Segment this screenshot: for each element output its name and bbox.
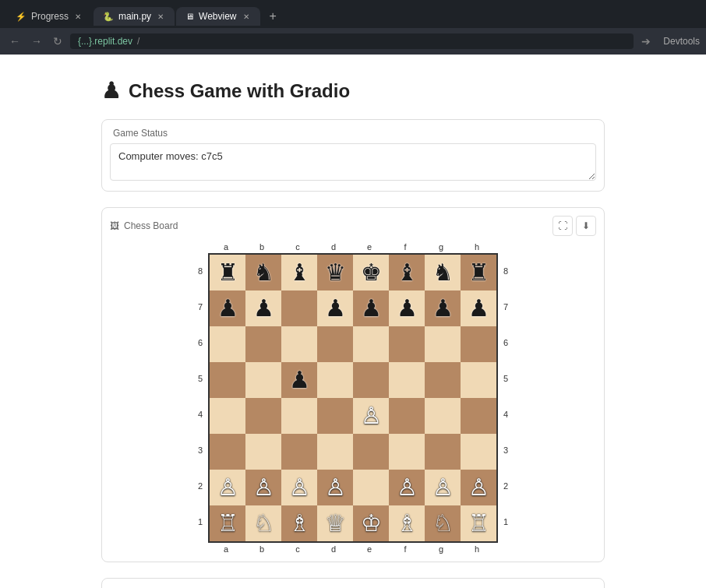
- square-c2[interactable]: ♙: [281, 470, 317, 505]
- square-a1[interactable]: ♖: [210, 505, 245, 541]
- square-d4[interactable]: [317, 398, 353, 434]
- download-button[interactable]: ⬇: [576, 216, 596, 236]
- square-g4[interactable]: [425, 398, 461, 434]
- tab-webview-close[interactable]: ✕: [242, 12, 251, 22]
- square-f2[interactable]: ♙: [389, 470, 425, 505]
- square-f7[interactable]: ♟: [389, 290, 425, 326]
- square-e1[interactable]: ♔: [353, 505, 389, 541]
- square-b5[interactable]: [245, 362, 281, 398]
- square-f5[interactable]: [389, 362, 425, 398]
- game-status-textarea[interactable]: Computer moves: c7c5: [110, 143, 596, 181]
- devtools-button[interactable]: Devtools: [663, 36, 700, 47]
- square-h7[interactable]: ♟: [461, 290, 496, 326]
- square-e6[interactable]: [353, 326, 389, 362]
- square-g6[interactable]: [425, 326, 461, 362]
- square-e4[interactable]: ♙: [353, 398, 389, 434]
- square-b6[interactable]: [245, 326, 281, 362]
- forward-button[interactable]: →: [28, 33, 45, 49]
- square-h6[interactable]: [461, 326, 496, 362]
- col-label-h: h: [459, 242, 495, 252]
- col-label-g-bot: g: [423, 544, 459, 554]
- rank-num-left-2: 2: [192, 468, 208, 504]
- square-a3[interactable]: [210, 434, 245, 470]
- piece-g1: ♘: [432, 512, 454, 535]
- square-h4[interactable]: [461, 398, 496, 434]
- tab-webview-icon: 🖥: [185, 12, 194, 21]
- back-button[interactable]: ←: [6, 33, 23, 49]
- address-slash: /: [137, 36, 139, 47]
- square-e7[interactable]: ♟: [353, 290, 389, 326]
- square-a7[interactable]: ♟: [210, 290, 245, 326]
- square-g5[interactable]: [425, 362, 461, 398]
- chess-title-icon: ♟: [101, 78, 121, 104]
- square-a8[interactable]: ♜: [210, 255, 245, 290]
- square-d8[interactable]: ♛: [317, 255, 353, 290]
- board-wrapper: a b c d e f g h 87654321♜♞♝♛♚♝♞♜♟♟♟♟♟♟♟♟…: [110, 242, 596, 554]
- board-row-8: 87654321♜♞♝♛♚♝♞♜♟♟♟♟♟♟♟♟♙♙♙♙♙♙♙♙♖♘♗♕♔♗♘♖…: [192, 253, 514, 543]
- square-f1[interactable]: ♗: [389, 505, 425, 541]
- square-h8[interactable]: ♜: [461, 255, 496, 290]
- square-d1[interactable]: ♕: [317, 505, 353, 541]
- square-d5[interactable]: [317, 362, 353, 398]
- square-d3[interactable]: [317, 434, 353, 470]
- square-f6[interactable]: [389, 326, 425, 362]
- square-b8[interactable]: ♞: [245, 255, 281, 290]
- new-tab-button[interactable]: +: [262, 5, 284, 27]
- square-e2[interactable]: [353, 470, 389, 505]
- square-d7[interactable]: ♟: [317, 290, 353, 326]
- chess-board-grid[interactable]: ♜♞♝♛♚♝♞♜♟♟♟♟♟♟♟♟♙♙♙♙♙♙♙♙♖♘♗♕♔♗♘♖: [208, 253, 498, 543]
- tab-main-py[interactable]: 🐍 main.py ✕: [94, 7, 175, 26]
- square-c3[interactable]: [281, 434, 317, 470]
- square-a5[interactable]: [210, 362, 245, 398]
- square-h2[interactable]: ♙: [461, 470, 496, 505]
- square-b7[interactable]: ♟: [245, 290, 281, 326]
- tab-progress[interactable]: ⚡ Progress ✕: [6, 7, 92, 26]
- tab-webview[interactable]: 🖥 Webview ✕: [176, 7, 259, 26]
- square-d6[interactable]: [317, 326, 353, 362]
- square-c8[interactable]: ♝: [281, 255, 317, 290]
- piece-d1: ♕: [325, 512, 346, 535]
- page-content: ♟ Chess Game with Gradio Game Status Com…: [0, 55, 706, 588]
- chess-board-panel: 🖼 Chess Board ⛶ ⬇ a b c d e f g h: [101, 207, 605, 562]
- square-b1[interactable]: ♘: [245, 505, 281, 541]
- reload-button[interactable]: ↻: [50, 33, 65, 49]
- square-f3[interactable]: [389, 434, 425, 470]
- square-h5[interactable]: [461, 362, 496, 398]
- piece-b1: ♘: [253, 512, 274, 535]
- tab-progress-close[interactable]: ✕: [73, 12, 83, 22]
- navigate-button[interactable]: ➔: [638, 33, 654, 49]
- square-a6[interactable]: [210, 326, 245, 362]
- address-domain: {...}.replit.dev: [78, 36, 132, 47]
- expand-button[interactable]: ⛶: [552, 216, 573, 236]
- square-e8[interactable]: ♚: [353, 255, 389, 290]
- left-rank-nums: 87654321: [192, 253, 208, 543]
- square-a4[interactable]: [210, 398, 245, 434]
- tab-main-py-close[interactable]: ✕: [156, 12, 165, 22]
- square-f8[interactable]: ♝: [389, 255, 425, 290]
- square-a2[interactable]: ♙: [210, 470, 245, 505]
- address-bar[interactable]: {...}.replit.dev /: [70, 33, 634, 49]
- square-g3[interactable]: [425, 434, 461, 470]
- square-c7[interactable]: [281, 290, 317, 326]
- rank-num-right-1: 1: [498, 504, 514, 540]
- piece-e1: ♔: [361, 512, 382, 535]
- square-h3[interactable]: [461, 434, 496, 470]
- square-c4[interactable]: [281, 398, 317, 434]
- square-h1[interactable]: ♖: [461, 505, 496, 541]
- square-g7[interactable]: ♟: [425, 290, 461, 326]
- square-g8[interactable]: ♞: [425, 255, 461, 290]
- square-b2[interactable]: ♙: [245, 470, 281, 505]
- square-c6[interactable]: [281, 326, 317, 362]
- square-b3[interactable]: [245, 434, 281, 470]
- square-b4[interactable]: [245, 398, 281, 434]
- square-e5[interactable]: [353, 362, 389, 398]
- square-c1[interactable]: ♗: [281, 505, 317, 541]
- rank-num-left-3: 3: [192, 432, 208, 468]
- square-d2[interactable]: ♙: [317, 470, 353, 505]
- square-f4[interactable]: [389, 398, 425, 434]
- square-e3[interactable]: [353, 434, 389, 470]
- square-g2[interactable]: ♙: [425, 470, 461, 505]
- rank-num-right-5: 5: [498, 361, 514, 396]
- square-c5[interactable]: ♟: [281, 362, 317, 398]
- square-g1[interactable]: ♘: [425, 505, 461, 541]
